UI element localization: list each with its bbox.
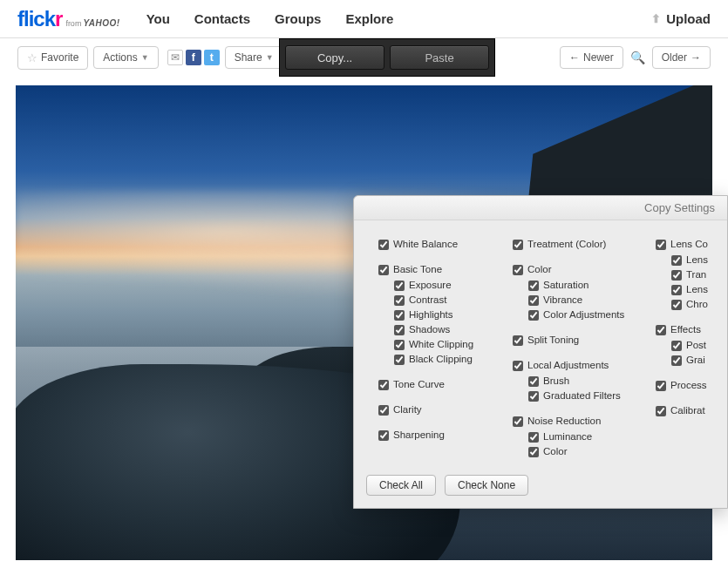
chk-contrast[interactable]: Contrast [394,294,500,307]
checkbox[interactable] [378,265,389,275]
checkbox[interactable] [394,281,405,291]
dialog-title: Copy Settings [354,196,727,220]
chk-highlights[interactable]: Highlights [394,308,500,321]
checkbox[interactable] [394,325,405,335]
paste-button[interactable]: Paste [390,45,489,70]
arrow-right-icon: → [691,51,701,64]
facebook-icon[interactable]: f [186,50,201,65]
flickr-logo[interactable]: flickr from YAHOO! [17,7,120,31]
checkbox[interactable] [528,376,539,387]
mail-icon[interactable]: ✉ [167,50,183,65]
checkbox[interactable] [528,281,539,291]
checkbox[interactable] [378,405,389,416]
local-adj-group: Brush Graduated Filters [513,375,643,402]
chk-color[interactable]: Color [513,263,643,276]
copy-button[interactable]: Copy... [285,45,384,70]
chk-tone-curve[interactable]: Tone Curve [378,378,500,391]
checkbox[interactable] [513,335,523,346]
chk-color-adjustments[interactable]: Color Adjustments [528,308,643,321]
favorite-button[interactable]: ☆ Favorite [17,46,88,70]
chk-saturation[interactable]: Saturation [528,279,643,292]
chk-grain[interactable]: Grai [671,354,728,367]
top-nav: flickr from YAHOO! You Contacts Groups E… [0,0,728,38]
chk-split-toning[interactable]: Split Toning [513,334,643,347]
checkbox[interactable] [656,325,666,335]
checkbox[interactable] [671,341,682,351]
effects-group: Post Grai [656,339,728,367]
chk-treatment[interactable]: Treatment (Color) [513,238,643,251]
chk-noise-reduction[interactable]: Noise Reduction [513,415,643,428]
chk-effects[interactable]: Effects [656,323,728,336]
chk-lens-1[interactable]: Lens [671,254,728,267]
chk-post-vignette[interactable]: Post [671,339,728,352]
chk-lens-2[interactable]: Lens [671,283,728,296]
actions-label: Actions [103,51,137,64]
chk-exposure[interactable]: Exposure [394,279,500,292]
twitter-icon[interactable]: t [204,50,220,65]
checkbox[interactable] [513,240,523,250]
logo-text: flickr [17,7,62,31]
chk-graduated-filters[interactable]: Graduated Filters [528,389,643,402]
checkbox[interactable] [528,310,539,321]
upload-label: Upload [666,11,711,26]
checkbox[interactable] [671,300,682,310]
chk-vibrance[interactable]: Vibrance [528,294,643,307]
checkbox[interactable] [656,406,666,416]
chk-brush[interactable]: Brush [528,375,643,388]
magnify-icon[interactable]: 🔍 [630,51,645,64]
check-all-button[interactable]: Check All [366,475,436,496]
checkbox[interactable] [656,240,666,250]
checkbox[interactable] [513,361,523,371]
right-actions: ← Newer 🔍 Older → [560,46,711,69]
left-actions: ☆ Favorite Actions ▼ ✉ f t Share ▼ [17,46,283,70]
chk-transform[interactable]: Tran [671,268,728,281]
upload-icon: ⬆ [651,12,661,25]
newer-button[interactable]: ← Newer [560,46,623,69]
chk-local-adjustments[interactable]: Local Adjustments [513,359,643,372]
chk-clarity[interactable]: Clarity [378,403,500,416]
checkbox[interactable] [513,265,523,275]
checkbox[interactable] [671,285,682,295]
checkbox[interactable] [528,432,539,443]
checkbox[interactable] [513,416,523,427]
checkbox[interactable] [671,270,682,281]
checkbox[interactable] [394,295,405,306]
chk-white-clipping[interactable]: White Clipping [394,338,500,351]
actions-menu[interactable]: Actions ▼ [93,46,158,69]
chk-luminance[interactable]: Luminance [528,430,643,443]
checkbox[interactable] [394,355,405,365]
nav-contacts[interactable]: Contacts [194,11,250,26]
checkbox[interactable] [378,380,389,390]
checkbox[interactable] [671,255,682,266]
chk-process[interactable]: Process [656,379,728,392]
checkbox[interactable] [528,295,539,306]
chk-chromatic[interactable]: Chro [671,298,728,311]
checkbox[interactable] [528,391,539,402]
chk-calibration[interactable]: Calibrat [656,404,728,417]
copy-settings-dialog: Copy Settings White Balance Basic Tone E… [353,195,728,509]
basic-tone-group: Exposure Contrast Highlights Shadows Whi… [378,279,500,366]
upload-link[interactable]: ⬆ Upload [651,11,711,26]
social-share: ✉ f t [167,50,220,65]
checkbox[interactable] [378,240,389,250]
checkbox[interactable] [394,310,405,321]
share-menu[interactable]: Share ▼ [225,46,283,69]
checkbox[interactable] [394,340,405,350]
nav-you[interactable]: You [146,11,170,26]
nav-explore[interactable]: Explore [345,11,393,26]
chk-white-balance[interactable]: White Balance [378,238,500,251]
checkbox[interactable] [671,355,682,366]
chk-shadows[interactable]: Shadows [394,323,500,336]
checkbox[interactable] [656,381,666,391]
checkbox[interactable] [378,430,389,441]
older-button[interactable]: Older → [652,46,711,69]
settings-col-1: White Balance Basic Tone Exposure Contra… [378,238,500,458]
chk-sharpening[interactable]: Sharpening [378,429,500,442]
chk-basic-tone[interactable]: Basic Tone [378,263,500,276]
chk-black-clipping[interactable]: Black Clipping [394,353,500,366]
check-none-button[interactable]: Check None [445,475,528,496]
chk-lens-corrections[interactable]: Lens Co [656,238,728,251]
checkbox[interactable] [528,447,539,457]
chk-nr-color[interactable]: Color [528,445,643,458]
nav-groups[interactable]: Groups [275,11,321,26]
